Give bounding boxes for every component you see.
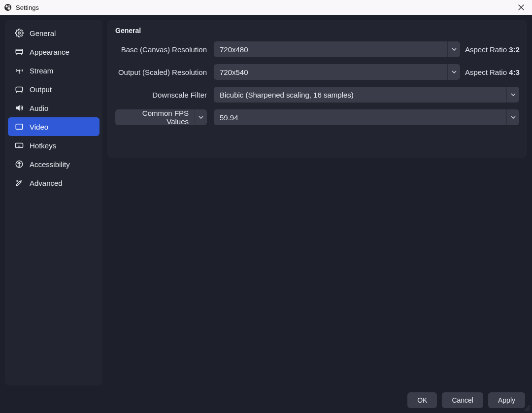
- sidebar-item-stream[interactable]: Stream: [8, 61, 100, 80]
- sidebar-item-label: Accessibility: [30, 160, 70, 169]
- base-resolution-row: Base (Canvas) Resolution 720x480 Aspect …: [115, 41, 519, 57]
- gear-icon: [15, 29, 24, 37]
- svg-point-2: [7, 7, 10, 9]
- titlebar: Settings: [0, 0, 532, 15]
- content-row: General Appearance Stream Output: [5, 20, 527, 385]
- video-settings-panel: General Base (Canvas) Resolution 720x480…: [107, 20, 527, 158]
- tools-icon: [15, 178, 24, 187]
- svg-point-14: [527, 408, 528, 409]
- sidebar-item-video[interactable]: Video: [8, 117, 100, 136]
- output-resolution-label: Output (Scaled) Resolution: [115, 68, 209, 76]
- svg-point-3: [8, 5, 10, 6]
- apply-button[interactable]: Apply: [488, 392, 525, 408]
- downscale-filter-combo[interactable]: Bicubic (Sharpened scaling, 16 samples): [214, 87, 519, 103]
- fps-value-dropdown-button[interactable]: [506, 109, 519, 125]
- output-resolution-combo[interactable]: 720x540: [214, 64, 460, 80]
- sidebar-item-label: Video: [30, 123, 48, 131]
- chevron-down-icon: [511, 116, 516, 119]
- sidebar-item-label: Output: [30, 85, 52, 94]
- svg-point-0: [4, 4, 11, 11]
- svg-point-1: [5, 5, 7, 7]
- downscale-filter-label: Downscale Filter: [115, 91, 209, 99]
- close-button[interactable]: [514, 0, 528, 14]
- section-title: General: [115, 27, 519, 34]
- sidebar-item-general[interactable]: General: [8, 24, 100, 42]
- sidebar-item-label: Hotkeys: [30, 141, 56, 150]
- dialog-button-bar: OK Cancel Apply: [5, 390, 527, 408]
- stream-icon: [15, 66, 24, 75]
- svg-rect-9: [16, 143, 23, 148]
- fps-type-dropdown-button[interactable]: [195, 109, 207, 125]
- sidebar-item-label: Advanced: [30, 179, 63, 187]
- downscale-filter-value[interactable]: Bicubic (Sharpened scaling, 16 samples): [214, 87, 506, 103]
- sidebar-item-label: Audio: [30, 104, 48, 112]
- sidebar-item-audio[interactable]: Audio: [8, 99, 100, 117]
- fps-value[interactable]: 59.94: [214, 109, 506, 125]
- appearance-icon: [15, 47, 24, 56]
- svg-point-12: [529, 406, 530, 407]
- cancel-button[interactable]: Cancel: [442, 392, 483, 408]
- resize-grip[interactable]: [524, 405, 531, 412]
- sidebar-item-label: General: [30, 29, 56, 37]
- output-resolution-value[interactable]: 720x540: [214, 64, 447, 80]
- main-column: General Base (Canvas) Resolution 720x480…: [107, 20, 527, 385]
- chevron-down-icon: [199, 116, 203, 119]
- svg-rect-7: [16, 87, 23, 92]
- sidebar-item-appearance[interactable]: Appearance: [8, 42, 100, 61]
- svg-point-11: [19, 162, 20, 163]
- base-resolution-combo[interactable]: 720x480: [214, 41, 460, 57]
- output-icon: [15, 85, 24, 94]
- sidebar: General Appearance Stream Output: [5, 20, 102, 385]
- app-icon: [4, 3, 12, 11]
- video-icon: [15, 122, 24, 131]
- svg-point-16: [527, 410, 528, 411]
- base-resolution-dropdown-button[interactable]: [447, 41, 460, 57]
- aspect-value: 3:2: [509, 45, 520, 54]
- sidebar-item-label: Appearance: [30, 48, 69, 56]
- downscale-filter-dropdown-button[interactable]: [506, 87, 519, 103]
- accessibility-icon: [15, 160, 24, 169]
- svg-point-17: [525, 410, 526, 411]
- sidebar-item-advanced[interactable]: Advanced: [8, 173, 100, 192]
- sidebar-item-accessibility[interactable]: Accessibility: [8, 155, 100, 173]
- svg-point-4: [18, 32, 21, 34]
- svg-rect-8: [16, 124, 23, 130]
- fps-type-label: Common FPS Values: [115, 109, 195, 125]
- chevron-down-icon: [452, 70, 457, 73]
- base-resolution-label: Base (Canvas) Resolution: [115, 45, 209, 54]
- aspect-value: 4:3: [509, 68, 520, 76]
- fps-row: Common FPS Values 59.94: [115, 109, 519, 125]
- ok-button[interactable]: OK: [407, 392, 437, 408]
- output-resolution-row: Output (Scaled) Resolution 720x540 Aspec…: [115, 64, 519, 80]
- svg-point-13: [529, 408, 530, 409]
- svg-rect-5: [16, 49, 23, 54]
- sidebar-item-label: Stream: [30, 67, 53, 75]
- fps-type-wrapper: Common FPS Values: [115, 109, 209, 125]
- output-resolution-dropdown-button[interactable]: [447, 64, 460, 80]
- fps-type-combo[interactable]: Common FPS Values: [115, 109, 207, 125]
- svg-point-15: [529, 410, 530, 411]
- sidebar-item-output[interactable]: Output: [8, 80, 100, 99]
- audio-icon: [15, 103, 24, 112]
- aspect-prefix: Aspect Ratio: [465, 45, 509, 54]
- base-resolution-value[interactable]: 720x480: [214, 41, 447, 57]
- output-aspect-ratio: Aspect Ratio 4:3: [465, 68, 519, 76]
- chevron-down-icon: [511, 93, 516, 96]
- app-body: General Appearance Stream Output: [0, 15, 532, 413]
- close-icon: [518, 4, 524, 10]
- fps-value-combo[interactable]: 59.94: [214, 109, 519, 125]
- aspect-prefix: Aspect Ratio: [465, 68, 509, 76]
- keyboard-icon: [15, 141, 24, 150]
- chevron-down-icon: [452, 48, 457, 51]
- downscale-filter-row: Downscale Filter Bicubic (Sharpened scal…: [115, 87, 519, 103]
- window-title: Settings: [16, 4, 39, 11]
- base-aspect-ratio: Aspect Ratio 3:2: [465, 45, 519, 54]
- sidebar-item-hotkeys[interactable]: Hotkeys: [8, 136, 100, 155]
